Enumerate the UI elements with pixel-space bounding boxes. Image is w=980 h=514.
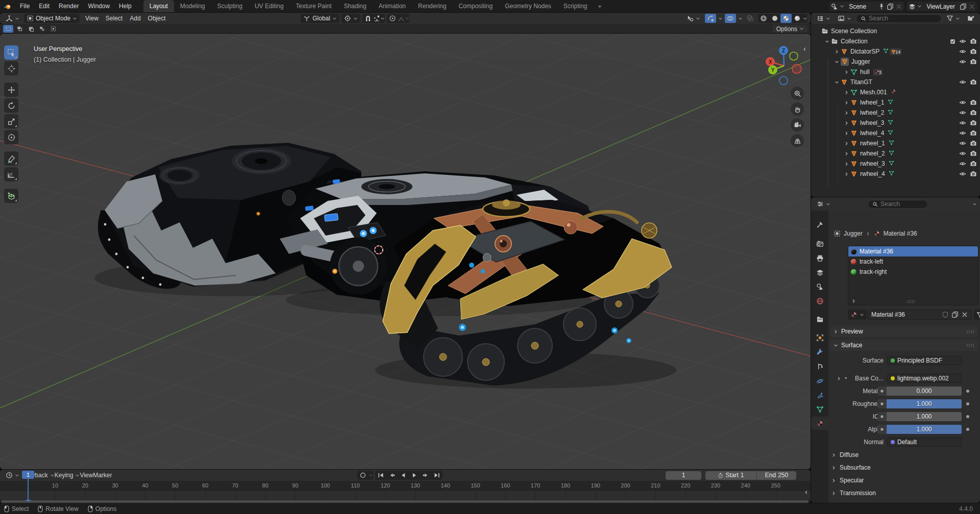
camera-view-button[interactable] [791, 118, 804, 132]
tool-measure[interactable] [4, 167, 18, 182]
menu-help[interactable]: Help [114, 3, 136, 10]
outliner-row-titangt[interactable]: TitanGT [811, 77, 980, 87]
timeline-ruler[interactable]: 1020304050607080901001101201301401501601… [0, 481, 811, 491]
property-value-button[interactable]: Default [887, 438, 962, 447]
expand-closed-icon[interactable] [844, 151, 849, 156]
workspace-tab-rendering[interactable]: Rendering [412, 0, 452, 13]
expand-open-icon[interactable] [825, 39, 829, 44]
expand-closed-icon[interactable] [835, 49, 839, 54]
decorator-socket[interactable] [877, 387, 887, 396]
outliner-item-name[interactable]: rwheel_4 [859, 170, 885, 177]
menu-render[interactable]: Render [54, 3, 83, 10]
show-overlays-toggle[interactable] [725, 14, 736, 23]
material-slot-track-right[interactable]: track-right [848, 267, 978, 277]
hide-viewport-toggle[interactable] [959, 48, 966, 55]
workspace-tab-geometry-nodes[interactable]: Geometry Nodes [499, 0, 557, 13]
expand-closed-icon[interactable] [844, 100, 849, 105]
frame-start-field[interactable]: Start 1 [705, 471, 756, 480]
region-collapse-icon[interactable] [802, 46, 807, 53]
decorator-socket[interactable] [877, 412, 887, 421]
pin-scene-icon[interactable] [878, 3, 885, 10]
outliner-row-rwheel-2[interactable]: rwheel_2 [811, 148, 980, 159]
value-slider[interactable]: 1.000 [887, 425, 962, 434]
viewport-menu-view[interactable]: View [82, 15, 102, 22]
properties-tab-world[interactable] [811, 294, 828, 307]
outliner-item-name[interactable]: Collection [840, 38, 868, 45]
visibility-dropdown[interactable] [684, 14, 703, 23]
disable-render-toggle[interactable] [970, 130, 977, 137]
select-mode-subtract[interactable] [26, 25, 36, 33]
value-slider[interactable]: 0.000 [887, 387, 962, 396]
gizmo-dropdown-icon[interactable] [718, 16, 723, 21]
tool-add-cube[interactable] [4, 189, 18, 203]
outliner-display-mode[interactable] [835, 14, 854, 23]
fake-user-icon[interactable] [942, 311, 949, 318]
add-workspace-button[interactable]: + [594, 1, 606, 13]
timeline-editor-type[interactable] [3, 471, 22, 480]
expand-closed-icon[interactable] [844, 141, 849, 146]
hide-viewport-toggle[interactable] [959, 58, 966, 65]
value-slider[interactable]: 1.000 [887, 412, 962, 421]
hide-viewport-toggle[interactable] [959, 109, 966, 116]
tool-select-box[interactable] [4, 45, 18, 60]
snap-target-dropdown[interactable] [374, 14, 385, 23]
disable-render-toggle[interactable] [970, 119, 977, 126]
outliner-row-lwheel-2[interactable]: lwheel_2 [811, 108, 980, 118]
navigation-gizmo[interactable]: ZXY [764, 43, 804, 89]
workspace-tab-animation[interactable]: Animation [373, 0, 412, 13]
workspace-tab-texture-paint[interactable]: Texture Paint [290, 0, 338, 13]
outliner-row-lwheel-1[interactable]: lwheel_1 [811, 97, 980, 108]
select-mode-intersect[interactable] [48, 25, 58, 33]
outliner-editor-type[interactable] [814, 14, 833, 23]
zoom-in-button[interactable] [791, 87, 804, 100]
hide-viewport-toggle[interactable] [959, 119, 966, 126]
tool-rotate[interactable] [4, 98, 18, 113]
properties-options-icon[interactable] [972, 202, 977, 207]
expand-closed-icon[interactable] [844, 131, 849, 136]
current-frame-field[interactable]: 1 [666, 471, 701, 480]
properties-tab-view-layer[interactable] [811, 266, 828, 279]
falloff-dropdown[interactable] [398, 14, 409, 23]
decorator-socket[interactable] [877, 425, 887, 434]
playhead-line[interactable] [28, 479, 29, 500]
properties-tab-modifiers[interactable] [811, 345, 828, 358]
tool-annotate[interactable] [4, 151, 18, 166]
menu-edit[interactable]: Edit [34, 3, 54, 10]
proportional-toggle[interactable] [387, 14, 398, 23]
preview-panel-header[interactable]: Preview [830, 326, 978, 337]
keyframe-dot[interactable] [966, 402, 969, 405]
shading-wireframe[interactable] [758, 14, 769, 23]
outliner-item-name[interactable]: DictatorSP [849, 48, 879, 55]
mode-dropdown[interactable]: Object Mode [24, 14, 80, 23]
properties-tab-tool[interactable] [811, 218, 828, 231]
outliner-row-dictatorsp[interactable]: DictatorSP14 [811, 46, 980, 57]
outliner-row-mesh-001[interactable]: Mesh.001 [811, 87, 980, 97]
timeline-scrollbar[interactable] [0, 500, 811, 503]
timeline-track[interactable] [0, 491, 811, 500]
workspace-tab-modeling[interactable]: Modeling [174, 0, 211, 13]
outliner-row-rwheel-4[interactable]: rwheel_4 [811, 169, 980, 179]
select-mode-extend[interactable] [14, 25, 24, 33]
toggle-ortho-button[interactable] [791, 134, 804, 147]
hide-viewport-toggle[interactable] [959, 38, 966, 45]
transport-play[interactable] [409, 471, 420, 480]
viewlayer-selector[interactable]: ViewLayer [907, 2, 977, 11]
new-material-icon[interactable] [951, 311, 959, 318]
panel-transmission[interactable]: Transmission [831, 488, 876, 498]
keyframe-dot[interactable] [966, 428, 969, 431]
transport-jump-last[interactable] [431, 471, 443, 480]
outliner-item-name[interactable]: lwheel_1 [859, 99, 884, 106]
properties-tab-particles[interactable] [811, 389, 828, 402]
workspace-tab-shading[interactable]: Shading [338, 0, 373, 13]
show-gizmo-toggle[interactable] [705, 14, 716, 23]
outliner-item-name[interactable]: hull [859, 68, 870, 75]
material-link-button[interactable] [974, 310, 980, 320]
outliner-item-name[interactable]: rwheel_3 [859, 160, 885, 167]
outliner-item-name[interactable]: lwheel_2 [859, 109, 884, 116]
property-value-button[interactable]: lightmap.webp.002 [887, 374, 962, 383]
outliner-item-name[interactable]: lwheel_4 [859, 130, 884, 137]
material-name-field[interactable]: Material #36 [868, 310, 972, 320]
outliner-item-name[interactable]: TitanGT [849, 79, 872, 86]
properties-tab-material[interactable] [811, 417, 828, 430]
disable-render-toggle[interactable] [970, 58, 977, 65]
